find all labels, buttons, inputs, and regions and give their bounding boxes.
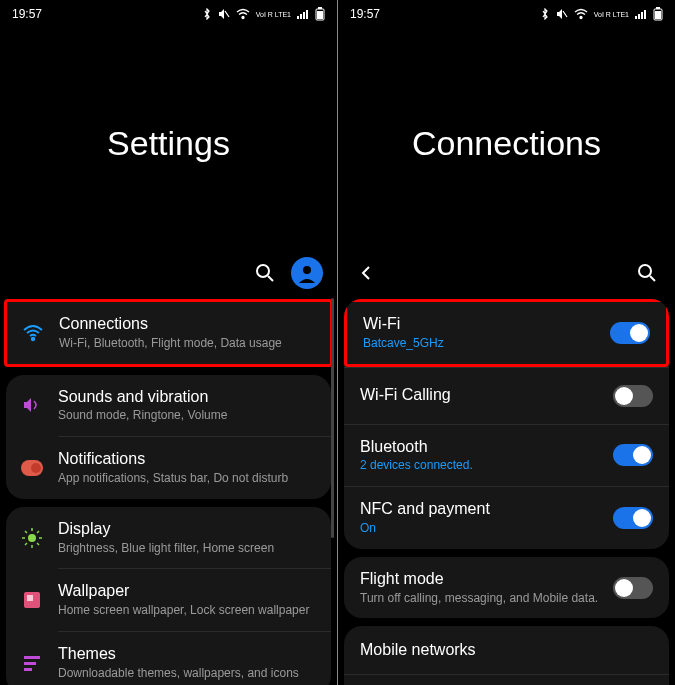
wifi-status-icon (574, 8, 588, 20)
svg-point-30 (580, 17, 582, 19)
connections-item-nfc[interactable]: NFC and payment On (344, 487, 669, 549)
item-sub: On (360, 520, 613, 537)
svg-line-10 (268, 276, 273, 281)
person-icon (297, 263, 317, 283)
svg-line-39 (650, 276, 655, 281)
bluetooth-icon (540, 8, 550, 20)
svg-point-11 (303, 266, 311, 274)
connections-item-bluetooth[interactable]: Bluetooth 2 devices connected. (344, 425, 669, 487)
item-sub: Sound mode, Ringtone, Volume (58, 407, 315, 424)
settings-group-connections: Connections Wi-Fi, Bluetooth, Flight mod… (4, 299, 333, 367)
connections-item-mobile-networks[interactable]: Mobile networks (344, 626, 669, 674)
search-button[interactable] (251, 259, 279, 287)
status-time: 19:57 (12, 7, 42, 21)
search-icon (637, 263, 657, 283)
item-title: Wi-Fi Calling (360, 385, 613, 406)
item-sub: Home screen wallpaper, Lock screen wallp… (58, 602, 315, 619)
item-title: Connections (59, 314, 314, 335)
item-title: Wallpaper (58, 581, 315, 602)
search-button[interactable] (633, 259, 661, 287)
account-button[interactable] (291, 257, 323, 289)
item-sub: Batcave_5GHz (363, 335, 610, 352)
mute-icon (218, 8, 230, 20)
svg-rect-7 (318, 7, 322, 9)
svg-rect-25 (27, 595, 33, 601)
bluetooth-icon (202, 8, 212, 20)
sound-icon (20, 393, 44, 417)
status-bar: 19:57 VoI R LTE1 (0, 0, 337, 24)
item-sub: Turn off calling, messaging, and Mobile … (360, 590, 613, 607)
svg-line-0 (225, 11, 229, 17)
connections-item-wifi[interactable]: Wi-Fi Batcave_5GHz (347, 302, 666, 364)
settings-group-sound: Sounds and vibration Sound mode, Rington… (6, 375, 331, 499)
bluetooth-toggle[interactable] (613, 444, 653, 466)
signal-icon (635, 8, 647, 20)
svg-rect-36 (656, 7, 660, 9)
svg-line-29 (563, 11, 567, 17)
settings-screen: 19:57 VoI R LTE1 Settings Connections W (0, 0, 337, 685)
svg-rect-32 (638, 14, 640, 19)
item-title: Bluetooth (360, 437, 613, 458)
item-title: Themes (58, 644, 315, 665)
svg-rect-37 (655, 11, 661, 19)
item-sub: 2 devices connected. (360, 457, 613, 474)
search-icon (255, 263, 275, 283)
scrollbar[interactable] (331, 298, 334, 538)
svg-rect-26 (24, 656, 40, 659)
network-label: VoI R LTE1 (594, 11, 629, 18)
connections-group-flight: Flight mode Turn off calling, messaging,… (344, 557, 669, 619)
wifi-calling-toggle[interactable] (613, 385, 653, 407)
svg-point-14 (31, 463, 41, 473)
svg-rect-27 (24, 662, 36, 665)
connections-item-wifi-calling[interactable]: Wi-Fi Calling (344, 368, 669, 424)
nfc-toggle[interactable] (613, 507, 653, 529)
themes-icon (20, 651, 44, 675)
back-button[interactable] (352, 259, 380, 287)
battery-icon (653, 7, 663, 21)
page-title: Settings (0, 124, 337, 163)
svg-rect-8 (317, 11, 323, 19)
svg-point-38 (639, 265, 651, 277)
toolbar (338, 253, 675, 293)
connections-group-wireless: Wi-Fi Batcave_5GHz Wi-Fi Calling Bluetoo… (344, 299, 669, 549)
settings-item-themes[interactable]: Themes Downloadable themes, wallpapers, … (6, 632, 331, 685)
mute-icon (556, 8, 568, 20)
svg-point-15 (28, 534, 36, 542)
status-icons: VoI R LTE1 (202, 7, 325, 21)
svg-rect-3 (300, 14, 302, 19)
svg-line-20 (25, 531, 27, 533)
item-sub: Downloadable themes, wallpapers, and ico… (58, 665, 315, 682)
settings-item-sound[interactable]: Sounds and vibration Sound mode, Rington… (6, 375, 331, 437)
svg-rect-4 (303, 12, 305, 19)
item-title: Flight mode (360, 569, 613, 590)
svg-point-9 (257, 265, 269, 277)
item-title: Sounds and vibration (58, 387, 315, 408)
display-icon (20, 526, 44, 550)
connections-item-data-usage[interactable]: Data usage (344, 675, 669, 685)
flight-mode-toggle[interactable] (613, 577, 653, 599)
settings-group-display: Display Brightness, Blue light filter, H… (6, 507, 331, 685)
wifi-toggle[interactable] (610, 322, 650, 344)
chevron-left-icon (357, 264, 375, 282)
settings-item-connections[interactable]: Connections Wi-Fi, Bluetooth, Flight mod… (7, 302, 330, 364)
connections-item-flight-mode[interactable]: Flight mode Turn off calling, messaging,… (344, 557, 669, 619)
status-bar: 19:57 VoI R LTE1 (338, 0, 675, 24)
status-time: 19:57 (350, 7, 380, 21)
wifi-status-icon (236, 8, 250, 20)
settings-item-display[interactable]: Display Brightness, Blue light filter, H… (6, 507, 331, 569)
svg-rect-31 (635, 16, 637, 19)
svg-rect-2 (297, 16, 299, 19)
settings-item-wallpaper[interactable]: Wallpaper Home screen wallpaper, Lock sc… (6, 569, 331, 631)
svg-rect-33 (641, 12, 643, 19)
wifi-icon (21, 321, 45, 345)
notification-icon (20, 456, 44, 480)
svg-line-21 (37, 543, 39, 545)
svg-rect-28 (24, 668, 32, 671)
wallpaper-icon (20, 588, 44, 612)
item-title: NFC and payment (360, 499, 613, 520)
item-sub: App notifications, Status bar, Do not di… (58, 470, 315, 487)
item-sub: Brightness, Blue light filter, Home scre… (58, 540, 315, 557)
status-icons: VoI R LTE1 (540, 7, 663, 21)
toolbar (0, 253, 337, 293)
settings-item-notifications[interactable]: Notifications App notifications, Status … (6, 437, 331, 499)
